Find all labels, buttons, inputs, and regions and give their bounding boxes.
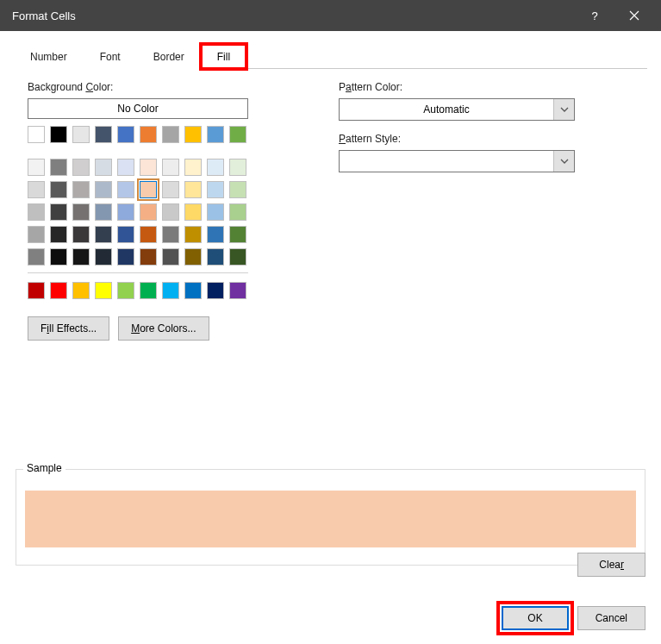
color-swatch[interactable] [229, 126, 246, 143]
color-swatch[interactable] [72, 203, 90, 221]
color-swatch[interactable] [140, 126, 157, 143]
help-button[interactable]: ? [575, 0, 614, 31]
color-swatch[interactable] [95, 282, 112, 299]
color-swatch[interactable] [162, 226, 179, 243]
color-swatch[interactable] [28, 159, 45, 176]
color-swatch[interactable] [162, 203, 179, 221]
color-palette [28, 126, 311, 299]
color-swatch[interactable] [72, 282, 90, 299]
color-swatch[interactable] [162, 181, 179, 198]
color-swatch[interactable] [72, 159, 90, 176]
tab-strip: Number Font Border Fill [14, 43, 647, 69]
color-swatch[interactable] [117, 159, 134, 176]
chevron-down-icon [553, 99, 574, 120]
color-swatch[interactable] [140, 159, 157, 176]
color-swatch[interactable] [162, 159, 179, 176]
color-swatch[interactable] [229, 226, 246, 243]
color-swatch[interactable] [207, 248, 224, 266]
color-swatch[interactable] [140, 181, 157, 198]
footer-buttons: Clear OK Cancel [502, 606, 645, 630]
color-swatch[interactable] [117, 181, 134, 198]
dialog-body: Number Font Border Fill Background Color… [0, 31, 661, 644]
color-swatch[interactable] [140, 282, 157, 299]
no-color-button[interactable]: No Color [28, 98, 248, 119]
color-swatch[interactable] [207, 282, 224, 299]
color-swatch[interactable] [207, 159, 224, 176]
color-swatch[interactable] [229, 282, 246, 299]
color-swatch[interactable] [140, 226, 157, 243]
color-swatch[interactable] [229, 159, 246, 176]
color-swatch[interactable] [28, 181, 45, 198]
color-swatch[interactable] [162, 126, 179, 143]
color-swatch[interactable] [140, 248, 157, 266]
tab-font[interactable]: Font [84, 44, 137, 69]
pattern-style-combo[interactable] [339, 150, 575, 172]
more-colors-button[interactable]: More Colors... [118, 316, 209, 341]
color-swatch[interactable] [117, 203, 134, 221]
color-swatch[interactable] [162, 282, 179, 299]
color-swatch[interactable] [72, 248, 90, 266]
color-swatch[interactable] [117, 248, 134, 266]
fill-right-panel: Pattern Color: Automatic Pattern Style: [311, 81, 647, 341]
fill-left-panel: Background Color: No Color Fill Effects.… [14, 81, 311, 341]
color-swatch[interactable] [28, 282, 45, 299]
sample-swatch [25, 491, 636, 547]
ok-button[interactable]: OK [502, 606, 568, 630]
color-swatch[interactable] [184, 181, 202, 198]
color-swatch[interactable] [72, 181, 90, 198]
tab-number[interactable]: Number [14, 44, 84, 69]
fill-effects-button[interactable]: Fill Effects... [28, 316, 109, 341]
color-swatch[interactable] [184, 159, 202, 176]
color-swatch[interactable] [140, 203, 157, 221]
color-swatch[interactable] [207, 226, 224, 243]
sample-label: Sample [23, 462, 65, 474]
color-swatch[interactable] [50, 226, 67, 243]
color-swatch[interactable] [95, 159, 112, 176]
color-swatch[interactable] [72, 126, 90, 143]
color-swatch[interactable] [184, 203, 202, 221]
color-swatch[interactable] [28, 226, 45, 243]
close-icon [629, 10, 639, 21]
color-swatch[interactable] [50, 159, 67, 176]
color-swatch[interactable] [28, 203, 45, 221]
color-swatch[interactable] [50, 181, 67, 198]
color-swatch[interactable] [95, 248, 112, 266]
color-swatch[interactable] [117, 126, 134, 143]
color-swatch[interactable] [229, 181, 246, 198]
color-swatch[interactable] [117, 226, 134, 243]
color-swatch[interactable] [207, 203, 224, 221]
color-swatch[interactable] [95, 203, 112, 221]
pattern-color-combo[interactable]: Automatic [339, 98, 575, 121]
close-button[interactable] [614, 0, 654, 31]
background-color-label: Background Color: [28, 81, 311, 93]
color-swatch[interactable] [28, 126, 45, 143]
color-swatch[interactable] [50, 126, 67, 143]
pattern-style-label: Pattern Style: [339, 133, 633, 145]
color-swatch[interactable] [184, 282, 202, 299]
clear-button[interactable]: Clear [577, 553, 645, 577]
color-swatch[interactable] [184, 248, 202, 266]
color-swatch[interactable] [72, 226, 90, 243]
color-swatch[interactable] [184, 126, 202, 143]
color-swatch[interactable] [95, 181, 112, 198]
cancel-button[interactable]: Cancel [577, 606, 645, 630]
color-swatch[interactable] [95, 226, 112, 243]
color-swatch[interactable] [28, 248, 45, 266]
color-swatch[interactable] [229, 248, 246, 266]
color-swatch[interactable] [50, 248, 67, 266]
color-swatch[interactable] [50, 203, 67, 221]
tab-border[interactable]: Border [137, 44, 201, 69]
tab-fill[interactable]: Fill [201, 44, 246, 69]
color-swatch[interactable] [95, 126, 112, 143]
window-title: Format Cells [12, 9, 575, 22]
chevron-down-icon [553, 151, 574, 172]
format-cells-dialog: Format Cells ? Number Font Border Fill B… [0, 0, 661, 644]
color-swatch[interactable] [184, 226, 202, 243]
color-swatch[interactable] [207, 181, 224, 198]
color-swatch[interactable] [50, 282, 67, 299]
sample-group: Sample [16, 469, 645, 566]
color-swatch[interactable] [207, 126, 224, 143]
color-swatch[interactable] [117, 282, 134, 299]
color-swatch[interactable] [162, 248, 179, 266]
color-swatch[interactable] [229, 203, 246, 221]
